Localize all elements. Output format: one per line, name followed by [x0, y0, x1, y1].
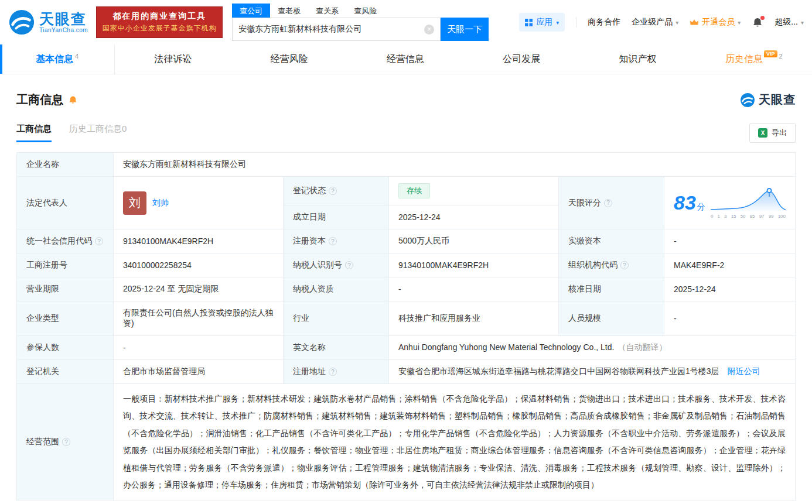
score-number: 83分 [674, 191, 705, 214]
business-scope-label: 经营范围? [17, 384, 114, 500]
org-code-value: MAK4E9RF-2 [664, 253, 796, 277]
export-button[interactable]: X 导出 [749, 123, 796, 143]
search-button[interactable]: 天眼一下 [441, 18, 489, 41]
reg-capital-value: 5000万人民币 [389, 229, 559, 253]
tyc-score-value[interactable]: 83分 [664, 177, 796, 229]
search-input[interactable] [238, 25, 424, 34]
help-icon[interactable]: ? [620, 261, 629, 269]
company-name-value: 安徽东方雨虹新材料科技有限公司 [114, 153, 796, 177]
tab-history-info[interactable]: 历史信息 VIP 2 [696, 44, 812, 74]
chevron-down-icon: ▾ [556, 19, 559, 26]
tab-legal-proceedings[interactable]: 法律诉讼 [115, 44, 231, 74]
crown-icon [690, 19, 699, 26]
tianyancha-logo[interactable]: 天眼查 TianYanCha.com [8, 9, 88, 36]
reg-address-label: 注册地址? [284, 360, 389, 384]
help-icon[interactable]: ? [604, 199, 612, 207]
staff-size-value: - [664, 301, 796, 336]
taxpayer-quality-value: - [389, 277, 559, 301]
main-content: 工商信息 天眼查 工商信息 历史工商信息0 X 导出 [0, 92, 812, 500]
watermark-label: 天眼查 [759, 92, 796, 108]
business-scope-value: 一般项目：新材料技术推广服务；新材料技术研发；建筑防水卷材产品销售；涂料销售（不… [114, 384, 796, 500]
legal-rep-label: 法定代表人 [17, 177, 114, 229]
nav-business-cooperation[interactable]: 商务合作 [588, 17, 620, 28]
help-icon[interactable]: ? [95, 237, 103, 245]
help-icon[interactable]: ? [329, 187, 337, 195]
banner-line1: 都在用的商业查询工具 [112, 11, 206, 22]
business-term-value: 2025-12-24 至 无固定期限 [114, 277, 284, 301]
org-code-label: 组织机构代码? [559, 253, 664, 277]
reg-capital-label: 注册资本? [284, 229, 389, 253]
reg-number-label: 工商注册号 [17, 253, 114, 277]
credit-code-label: 统一社会信用代码? [17, 229, 114, 253]
nearby-companies-link[interactable]: 附近公司 [727, 366, 760, 376]
table-row: 工商注册号 340100002258254 纳税人识别号? 91340100MA… [17, 253, 796, 277]
subscribe-bell-icon[interactable] [68, 95, 78, 105]
chevron-down-icon: ▾ [801, 19, 804, 26]
username-label: 超级... [775, 17, 798, 28]
table-row: 经营范围? 一般项目：新材料技术推广服务；新材料技术研发；建筑防水卷材产品销售；… [17, 384, 796, 500]
tab-intellectual-property[interactable]: 知识产权 [579, 44, 695, 74]
tab-operating-risk[interactable]: 经营风险 [231, 44, 347, 74]
search-tab-company[interactable]: 查公司 [232, 4, 270, 18]
taxpayer-quality-label: 纳税人资质 [284, 277, 389, 301]
logo-text: 天眼查 [39, 11, 88, 28]
notification-dot [760, 16, 765, 20]
nav-open-membership[interactable]: 开通会员 ▾ [690, 17, 741, 28]
tab-basic-info[interactable]: 基本信息 4 [0, 44, 115, 74]
company-type-label: 企业类型 [17, 301, 114, 336]
enterprise-products-label: 企业级产品 [632, 17, 673, 28]
clear-search-icon[interactable]: × [424, 25, 434, 35]
score-distribution-chart: 01 315 5085 9799 100 [711, 187, 786, 219]
help-icon[interactable]: ? [62, 438, 70, 446]
notifications-bell[interactable] [752, 17, 763, 28]
auto-translate-note: （自动翻译） [617, 342, 667, 352]
business-cooperation-label: 商务合作 [588, 17, 620, 28]
table-row: 登记机关 合肥市市场监督管理局 注册地址? 安徽省合肥市瑶海区城东街道幸福路与桃… [17, 360, 796, 384]
nav-enterprise-products[interactable]: 企业级产品 ▾ [632, 17, 678, 28]
paid-capital-label: 实缴资本 [559, 229, 664, 253]
section-title: 工商信息 [16, 92, 63, 108]
establish-date-label: 成立日期 [284, 205, 389, 229]
reg-status-value: 存续 [389, 177, 559, 205]
company-name-label: 企业名称 [17, 153, 114, 177]
export-label: 导出 [772, 128, 787, 138]
taxpayer-id-value: 91340100MAK4E9RF2H [389, 253, 559, 277]
grid-icon [525, 19, 533, 26]
user-menu[interactable]: 超级... ▾ [775, 17, 804, 28]
excel-icon: X [758, 128, 767, 138]
reg-authority-value: 合肥市市场监督管理局 [114, 360, 284, 384]
subtab-history-business-info[interactable]: 历史工商信息0 [69, 124, 127, 142]
reg-authority-label: 登记机关 [17, 360, 114, 384]
top-header: 天眼查 TianYanCha.com 都在用的商业查询工具 国家中小企业发展子基… [0, 0, 812, 44]
approval-date-value: 2025-12-24 [664, 277, 796, 301]
help-icon[interactable]: ? [329, 368, 337, 376]
vip-badge: VIP [764, 50, 777, 57]
help-icon[interactable]: ? [345, 261, 353, 269]
header-nav: 应用 ▾ 商务合作 企业级产品 ▾ 开通会员 ▾ 超级... ▾ [519, 13, 804, 32]
banner-line2: 国家中小企业发展子基金旗下机构 [103, 23, 217, 33]
search-tab-risk[interactable]: 查风险 [346, 4, 384, 18]
logo-domain: TianYanCha.com [39, 27, 88, 33]
open-membership-label: 开通会员 [702, 17, 735, 28]
search-area: 查公司 查老板 查关系 查风险 × 天眼一下 [232, 4, 489, 41]
legal-rep-link[interactable]: 刘帅 [152, 198, 169, 208]
apps-menu[interactable]: 应用 ▾ [519, 13, 565, 32]
tab-company-development[interactable]: 公司发展 [463, 44, 579, 74]
insured-count-value: - [114, 336, 284, 360]
table-row: 企业名称 安徽东方雨虹新材料科技有限公司 [17, 153, 796, 177]
search-box: × [232, 18, 441, 41]
tab-operating-info[interactable]: 经营信息 [347, 44, 463, 74]
tianyancha-watermark: 天眼查 [740, 92, 796, 108]
help-icon[interactable]: ? [329, 237, 337, 245]
table-row: 法定代表人 刘 刘帅 登记状态? 存续 天眼评分? 83分 [17, 177, 796, 205]
sub-tabs: 工商信息 历史工商信息0 [16, 124, 127, 142]
table-row: 企业类型 有限责任公司(自然人投资或控股的法人独资) 行业 科技推广和应用服务业… [17, 301, 796, 336]
search-tab-relation[interactable]: 查关系 [308, 4, 346, 18]
reg-number-value: 340100002258254 [114, 253, 284, 277]
subtab-business-info[interactable]: 工商信息 [16, 124, 52, 142]
legal-rep-avatar[interactable]: 刘 [123, 191, 146, 215]
chevron-down-icon: ▾ [738, 19, 741, 26]
approval-date-label: 核准日期 [559, 277, 664, 301]
active-tab-indicator [0, 44, 2, 74]
search-tab-boss[interactable]: 查老板 [270, 4, 308, 18]
